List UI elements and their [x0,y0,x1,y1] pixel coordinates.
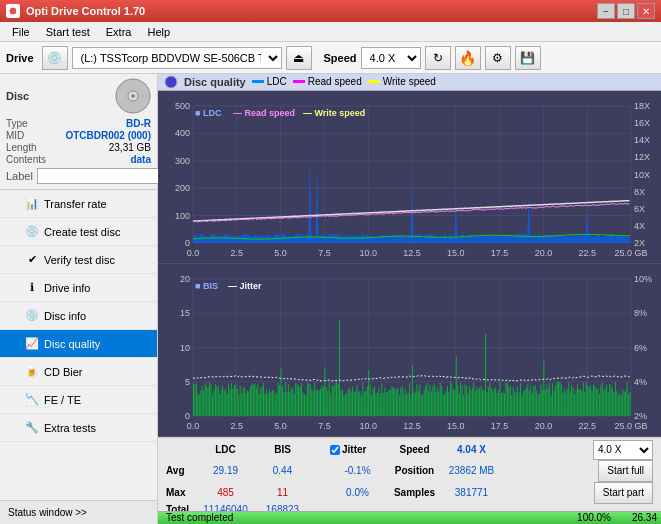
bis-avg: 0.44 [255,465,310,476]
burn-button[interactable]: 🔥 [455,46,481,70]
speed-label: Speed [324,52,357,64]
drive-icon: 💿 [42,46,68,70]
svg-point-3 [131,94,135,98]
sidebar-item-transfer-rate[interactable]: 📊 Transfer rate [0,190,157,218]
sidebar-nav: 📊 Transfer rate 💿 Create test disc ✔ Ver… [0,190,157,500]
progress-percentage: 100.0% [577,512,611,524]
bottom-chart-area [158,264,661,437]
start-part-button[interactable]: Start part [594,482,653,504]
disc-image [115,78,151,114]
disc-quality-title: Disc quality [184,76,246,88]
fe-te-icon: 📉 [24,392,40,408]
jitter-avg: -0.1% [330,465,385,476]
sidebar-item-cd-bier[interactable]: 🍺 CD Bier [0,358,157,386]
progress-right-value: 26.34 [632,512,657,524]
position-label: Position [387,465,442,476]
sidebar: Disc Type BD-R MID OTCBDR002 (000) Lengt… [0,74,158,524]
write-speed-color [368,80,380,83]
status-text: Test completed [162,512,237,524]
svg-point-4 [165,76,177,88]
jitter-checkbox-area: Jitter [330,444,385,455]
avg-label: Avg [166,465,196,476]
contents-label: Contents [6,154,46,165]
speed-stat-header: Speed [387,444,442,455]
disc-quality-header: Disc quality LDC Read speed Write speed [158,74,661,91]
label-label: Label [6,170,33,182]
speed-select[interactable]: 4.0 X 2.0 X 8.0 X [361,47,421,69]
jitter-max: 0.0% [330,487,385,498]
mid-label: MID [6,130,24,141]
menu-extra[interactable]: Extra [98,24,140,40]
bis-jitter-chart [158,264,661,434]
mid-value: OTCBDR002 (000) [65,130,151,141]
sidebar-item-extra-tests[interactable]: 🔧 Extra tests [0,414,157,442]
top-chart-area [158,91,661,264]
save-button[interactable]: 💾 [515,46,541,70]
ldc-chart [158,91,661,261]
sidebar-item-create-test-disc[interactable]: 💿 Create test disc [0,218,157,246]
samples-value: 381771 [444,487,499,498]
samples-label: Samples [387,487,442,498]
verify-test-icon: ✔ [24,252,40,268]
ldc-avg: 29.19 [198,465,253,476]
menu-file[interactable]: File [4,24,38,40]
legend-read-speed: Read speed [293,76,362,87]
legend-ldc: LDC [252,76,287,87]
disc-panel-title: Disc [6,90,29,102]
type-label: Type [6,118,28,129]
toolbar: Drive 💿 (L:) TSSTcorp BDDVDW SE-506CB TS… [0,42,661,74]
disc-info-icon: 💿 [24,308,40,324]
refresh-button[interactable]: ↻ [425,46,451,70]
position-value: 23862 MB [444,465,499,476]
status-window-label: Status window >> [8,507,87,518]
sidebar-item-fe-te[interactable]: 📉 FE / TE [0,386,157,414]
ldc-color [252,80,264,83]
charts-container [158,91,661,437]
close-button[interactable]: ✕ [637,3,655,19]
app-icon [6,4,20,18]
content-area: Disc quality LDC Read speed Write speed [158,74,661,524]
bis-max: 11 [255,487,310,498]
sidebar-item-disc-info[interactable]: 💿 Disc info [0,302,157,330]
menu-bar: File Start test Extra Help [0,22,661,42]
drive-select[interactable]: (L:) TSSTcorp BDDVDW SE-506CB TS02 [72,47,282,69]
eject-button[interactable]: ⏏ [286,46,312,70]
create-test-icon: 💿 [24,224,40,240]
ldc-max: 485 [198,487,253,498]
svg-point-0 [9,7,17,15]
minimize-button[interactable]: − [597,3,615,19]
status-window-button[interactable]: Status window >> [0,500,157,524]
start-full-button[interactable]: Start full [598,460,653,482]
bis-header: BIS [255,444,310,455]
stats-bar: LDC BIS Jitter Speed 4.04 X 4.0 X2.0 X8.… [158,437,661,511]
sidebar-item-drive-info[interactable]: ℹ Drive info [0,274,157,302]
transfer-rate-icon: 📊 [24,196,40,212]
app-title: Opti Drive Control 1.70 [26,5,145,17]
sidebar-item-verify-test-disc[interactable]: ✔ Verify test disc [0,246,157,274]
main-layout: Disc Type BD-R MID OTCBDR002 (000) Lengt… [0,74,661,524]
contents-value: data [130,154,151,165]
extra-tests-icon: 🔧 [24,420,40,436]
length-label: Length [6,142,37,153]
settings-button[interactable]: ⚙ [485,46,511,70]
drive-info-icon: ℹ [24,280,40,296]
legend-write-speed: Write speed [368,76,436,87]
read-speed-color [293,80,305,83]
jitter-checkbox[interactable] [330,445,340,455]
menu-start-test[interactable]: Start test [38,24,98,40]
progress-bar-container: Test completed 100.0% 26.34 [158,511,661,524]
label-input[interactable] [37,168,170,184]
sidebar-item-disc-quality[interactable]: 📈 Disc quality [0,330,157,358]
disc-panel: Disc Type BD-R MID OTCBDR002 (000) Lengt… [0,74,157,190]
maximize-button[interactable]: □ [617,3,635,19]
speed-stat-value: 4.04 X [444,444,499,455]
speed-stat-dropdown[interactable]: 4.0 X2.0 X8.0 X [593,440,653,460]
menu-help[interactable]: Help [139,24,178,40]
title-bar: Opti Drive Control 1.70 − □ ✕ [0,0,661,22]
drive-label: Drive [6,52,34,64]
length-value: 23,31 GB [109,142,151,153]
cd-bier-icon: 🍺 [24,364,40,380]
ldc-header: LDC [198,444,253,455]
disc-quality-icon: 📈 [24,336,40,352]
max-label: Max [166,487,196,498]
